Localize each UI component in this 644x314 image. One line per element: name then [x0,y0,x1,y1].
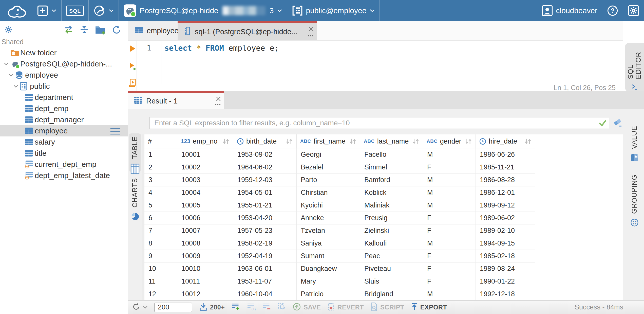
grid-cell[interactable]: 10002 [177,161,233,173]
grid-cell[interactable]: Maliniak [360,199,423,212]
tree-item-PostgreSQL@ep-hidden-...[interactable]: PostgreSQL@ep-hidden-... [0,58,128,69]
grid-cell[interactable]: 10010 [177,263,233,275]
grid-cell[interactable]: Zielinski [360,224,423,237]
sync-connection-icon[interactable] [63,25,74,36]
grid-cell[interactable]: Piveteau [360,263,423,275]
execute-new-tab-icon[interactable] [129,62,137,72]
driver-tools-button[interactable] [89,0,119,21]
filter-input[interactable] [150,117,596,129]
grid-cell[interactable]: 1953-09-02 [233,148,297,161]
grid-cell[interactable]: Bridgland [360,288,423,300]
grid-cell[interactable]: 1994-09-15 [476,237,535,250]
help-button[interactable]: ? [602,0,623,21]
grid-cell[interactable]: Tzvetan [297,224,360,237]
item-menu-icon[interactable] [109,128,121,137]
grid-cell[interactable]: 1954-05-01 [233,186,297,199]
refresh-tree-icon[interactable] [111,25,122,36]
grid-cell[interactable]: M [423,199,476,212]
grid-cell[interactable]: Chirstian [297,186,360,199]
grid-cell[interactable]: Bamford [360,174,423,186]
export-button[interactable]: EXPORT [411,302,447,312]
grid-cell[interactable]: F [423,224,476,237]
grid-cell[interactable]: F [423,212,476,224]
grid-cell[interactable]: Bezalel [297,161,360,173]
tab-charts-view[interactable]: CHARTS [129,176,141,221]
grid-cell[interactable]: 10007 [177,224,233,237]
tree-item-New folder[interactable]: New folder [0,47,128,58]
user-menu[interactable]: cloudbeaver [537,0,602,21]
grid-cell[interactable]: F [423,161,476,173]
grid-cell[interactable]: 10012 [177,288,233,300]
grid-cell[interactable]: 1992-12-18 [476,288,535,300]
sort-icon[interactable] [285,138,293,145]
grid-cell[interactable]: 10004 [177,186,233,199]
column-header-hire_date[interactable]: hire_date [476,134,535,148]
grid-cell[interactable]: 10006 [177,212,233,224]
grid-cell[interactable]: M [423,237,476,250]
add-row-button[interactable] [231,303,240,312]
grid-cell[interactable]: 1952-04-19 [233,250,297,262]
grid-cell[interactable]: Anneke [297,212,360,224]
grid-cell[interactable]: 1989-09-12 [476,199,535,212]
column-header-last_name[interactable]: ABClast_name [360,134,423,148]
grid-cell[interactable]: 1986-06-26 [476,148,535,161]
grid-cell[interactable]: 1959-12-03 [233,174,297,186]
tab-sql-1[interactable]: sql-1 (PostgreSQL@ep-hidde... [178,21,317,40]
new-connection-button[interactable] [32,0,61,21]
tree-item-employee[interactable]: employee [0,125,128,136]
grid-cell[interactable]: Saniya [297,237,360,250]
grid-cell[interactable]: Mary [297,275,360,288]
grid-cell[interactable]: 1986-12-01 [476,186,535,199]
execute-script-icon[interactable] [129,79,136,89]
grid-cell[interactable]: 10003 [177,174,233,186]
execute-icon[interactable] [129,45,136,54]
delete-row-button[interactable] [262,303,271,312]
tab-value-panel[interactable]: VALUE [628,126,641,172]
open-sql-editor-button[interactable]: SQL [62,0,88,21]
grid-cell[interactable]: M [423,174,476,186]
apply-filter-icon[interactable] [596,117,609,129]
grid-cell[interactable]: M [423,148,476,161]
tree-item-department[interactable]: department [0,92,128,103]
grid-cell[interactable]: Georgi [297,148,360,161]
tree-item-dept_emp_latest_date[interactable]: dept_emp_latest_date [0,170,128,181]
schema-selector[interactable]: public@employee [287,0,380,21]
tab-employee[interactable]: employee [128,21,178,40]
grid-cell[interactable]: 10009 [177,250,233,262]
grid-cell[interactable]: 1963-06-01 [233,263,297,275]
grid-cell[interactable]: 1960-10-04 [233,288,297,300]
column-header-birth_date[interactable]: birth_date [233,134,297,148]
tree-item-public[interactable]: public [0,81,128,92]
grid-cell[interactable]: 1985-11-21 [476,161,535,173]
grid-cell[interactable]: Patricio [297,288,360,300]
sort-icon[interactable] [412,138,419,145]
column-header-gender[interactable]: ABCgender [423,134,476,148]
grid-cell[interactable]: 10001 [177,148,233,161]
refresh-result-button[interactable] [132,303,148,312]
sort-icon[interactable] [524,138,532,145]
auto-refresh-button[interactable] [278,303,286,312]
save-button[interactable]: SAVE [293,303,321,312]
cloudbeaver-logo[interactable] [0,0,32,21]
grid-cell[interactable]: M [423,288,476,300]
grid-cell[interactable]: Peac [360,250,423,262]
grid-cell[interactable]: 1989-02-10 [476,224,535,237]
grid-cell[interactable]: Duangkaew [297,263,360,275]
grid-cell[interactable]: Simmel [360,161,423,173]
grid-cell[interactable]: Sumant [297,250,360,262]
grid-cell[interactable]: 1953-04-20 [233,212,297,224]
grid-cell[interactable]: Kalloufi [360,237,423,250]
grid-cell[interactable]: Sluis [360,275,423,288]
grid-cell[interactable]: Kyoichi [297,199,360,212]
grid-cell[interactable]: 1958-02-19 [233,237,297,250]
tree-item-dept_emp[interactable]: dept_emp [0,103,128,114]
grid-cell[interactable]: Parto [297,174,360,186]
tree-item-employee[interactable]: employee [0,69,128,81]
sort-icon[interactable] [349,138,356,145]
chevron-down-icon[interactable] [12,85,20,88]
chevron-down-icon[interactable] [2,62,10,65]
column-header-first_name[interactable]: ABCfirst_name [297,134,360,148]
tab-result-1[interactable]: Result - 1 [128,91,224,109]
column-header-emp_no[interactable]: 123emp_no [177,134,233,148]
grid-cell[interactable]: 1955-01-21 [233,199,297,212]
